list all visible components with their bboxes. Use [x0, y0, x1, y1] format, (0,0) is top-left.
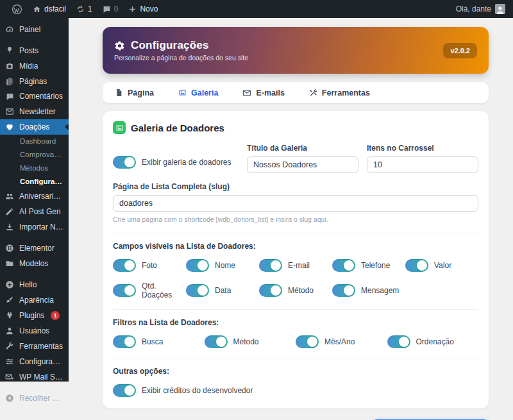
sidebar-item-recolher-menu[interactable]: Recolher menu — [0, 391, 69, 406]
toggle-row-data: Data — [186, 281, 259, 299]
sidebar-item-modelos[interactable]: Modelos — [0, 256, 69, 271]
slug-label: Página de Lista Completa (slug) — [113, 182, 478, 191]
sidebar-item-configuracoes[interactable]: Configurações — [0, 175, 69, 189]
sidebar-item-label: Comprovantes — [20, 151, 63, 159]
sidebar-item-label: Mídia — [19, 62, 38, 71]
sidebar-item-paginas[interactable]: Páginas — [0, 74, 69, 89]
toggle-row-metodo: Método — [259, 281, 332, 299]
tab-label: Galeria — [191, 88, 218, 97]
plugins-update-badge: 1 — [51, 311, 60, 320]
toggle-label: Mês/Ano — [324, 337, 355, 346]
sidebar-item-ai-post-gen[interactable]: AI Post Gen — [0, 204, 69, 219]
toggle-label: Mensagem — [361, 286, 399, 295]
sidebar-item-configuracoes[interactable]: Configurações — [0, 354, 69, 369]
carousel-items-input[interactable] — [367, 156, 478, 173]
new-content-menu[interactable]: Novo — [123, 0, 163, 18]
sidebar-item-comprovantes[interactable]: Comprovantes — [0, 148, 69, 162]
sidebar-item-metodos[interactable]: Métodos — [0, 162, 69, 175]
toggle-row-mensagem: Mensagem — [332, 281, 405, 299]
folder-icon — [5, 259, 14, 268]
toggle-mes-ano[interactable] — [296, 335, 319, 348]
sliders-icon — [5, 357, 14, 366]
sidebar-item-label: Recolher menu — [19, 394, 63, 403]
gallery-title-input[interactable] — [247, 156, 358, 173]
toggle-row-metodo: Método — [205, 335, 296, 348]
envelope-icon — [242, 88, 251, 97]
toggle-exibir-creditos-do-desenvolvedor[interactable] — [113, 384, 136, 397]
sidebar-item-label: Aparência — [19, 296, 54, 305]
sidebar-item-elementor[interactable]: Elementor — [0, 240, 69, 256]
carousel-items-label: Itens no Carrossel — [367, 144, 478, 153]
updates-link[interactable]: 1 — [71, 0, 97, 18]
sidebar-item-comentarios[interactable]: Comentários — [0, 89, 69, 104]
group-campos-visiveis-na-lista-de-doadores: Campos visíveis na Lista de Doadores:Fot… — [113, 233, 478, 299]
sidebar-item-ferramentas[interactable]: Ferramentas — [0, 339, 69, 354]
toggle-label: Exibir créditos do desenvolvedor — [142, 386, 253, 395]
toggle-metodo[interactable] — [259, 284, 282, 297]
toggle-qtd-doacoes[interactable] — [113, 284, 136, 297]
sidebar-item-newsletter[interactable]: Newsletter — [0, 104, 69, 119]
media-icon — [5, 62, 14, 71]
new-label: Novo — [140, 4, 158, 13]
tab-label: E-mails — [256, 88, 284, 97]
tab-label: Ferramentas — [322, 88, 370, 97]
comment-bubble-icon — [103, 5, 111, 13]
plus-circle-icon — [5, 280, 14, 289]
sidebar-item-importar-noticias[interactable]: Importar Notícias — [0, 219, 69, 235]
sidebar-item-label: Modelos — [19, 260, 48, 268]
toggle-metodo[interactable] — [205, 335, 228, 348]
toggle-row-e-mail: E-mail — [259, 259, 332, 272]
toggle-nome[interactable] — [186, 259, 209, 272]
toggle-ordenacao[interactable] — [387, 335, 410, 348]
section-title: Galeria de Doadores — [131, 122, 224, 133]
comments-link[interactable]: 0 — [97, 0, 124, 18]
toggle-label: Qtd. Doações — [142, 281, 186, 299]
sidebar-item-hello[interactable]: Hello — [0, 277, 69, 292]
sidebar-item-label: Painel — [19, 26, 40, 34]
page-title: Configurações — [131, 39, 209, 52]
toggle-foto[interactable] — [113, 259, 136, 272]
sidebar-item-dashboard[interactable]: Dashboard — [0, 135, 69, 148]
site-name: dsfacil — [44, 4, 66, 13]
toggle-label: Nome — [215, 261, 235, 270]
toggle-row-valor: Valor — [405, 259, 478, 272]
tab-pagina[interactable]: Página — [115, 82, 154, 103]
version-badge: v2.0.2 — [443, 43, 477, 58]
sidebar-item-painel[interactable]: Painel — [0, 22, 69, 37]
show-gallery-toggle[interactable] — [113, 156, 136, 169]
dashboard-icon — [5, 25, 14, 34]
sidebar-item-label: Ferramentas — [19, 342, 63, 351]
toggle-busca[interactable] — [113, 335, 136, 348]
sidebar-item-label: Configurações — [20, 178, 63, 186]
wordpress-logo-menu[interactable] — [6, 0, 28, 18]
tab-galeria[interactable]: Galeria — [178, 82, 218, 103]
slug-input[interactable] — [113, 195, 478, 212]
sidebar-item-aniversariantes[interactable]: Aniversariantes — [0, 189, 69, 204]
plug-icon — [5, 311, 14, 320]
sidebar-item-label: Doações — [19, 123, 49, 131]
tab-e-mails[interactable]: E-mails — [242, 82, 284, 103]
sidebar-item-aparencia[interactable]: Aparência — [0, 292, 69, 308]
toggle-mensagem[interactable] — [332, 284, 355, 297]
comments-count: 0 — [114, 4, 119, 13]
sidebar-item-plugins[interactable]: Plugins1 — [0, 308, 69, 323]
elementor-icon — [5, 244, 14, 253]
toggle-valor[interactable] — [405, 259, 428, 272]
account-greeting[interactable]: Olá, dante — [456, 4, 491, 13]
toggle-e-mail[interactable] — [259, 259, 282, 272]
sidebar-item-label: Aniversariantes — [19, 192, 63, 201]
toggle-data[interactable] — [186, 284, 209, 297]
envelope-icon — [5, 107, 14, 116]
sidebar-item-usuarios[interactable]: Usuários — [0, 323, 69, 339]
sidebar-item-midia[interactable]: Mídia — [0, 58, 69, 74]
tab-ferramentas[interactable]: Ferramentas — [309, 82, 370, 103]
sidebar-item-posts[interactable]: Posts — [0, 43, 69, 58]
pencil-icon — [5, 207, 14, 216]
sidebar-item-wp-mail-smtp[interactable]: WP Mail SMTP — [0, 369, 69, 385]
avatar[interactable] — [495, 4, 505, 14]
sidebar-item-label: AI Post Gen — [19, 208, 61, 216]
updates-icon — [76, 5, 85, 13]
toggle-telefone[interactable] — [332, 259, 355, 272]
site-home-link[interactable]: dsfacil — [28, 0, 71, 18]
sidebar-item-doacoes[interactable]: Doações — [0, 119, 69, 135]
